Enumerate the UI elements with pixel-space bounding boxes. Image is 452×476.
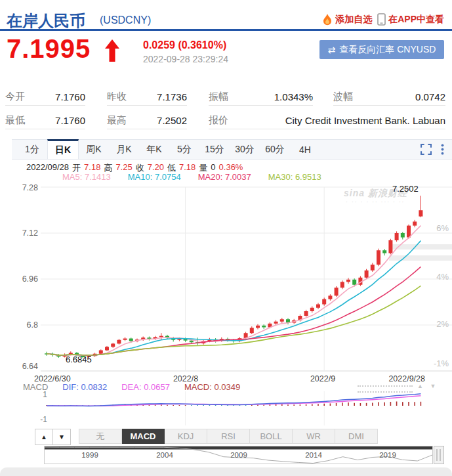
stat-amplitude: 振幅1.0343% — [209, 88, 313, 106]
usdcny-quote-page: 在岸人民币 (USDCNY) 添加自选 在APP中查看 7.1995 0.025… — [0, 0, 452, 476]
tab-15min[interactable]: 15分 — [199, 140, 230, 159]
price-up-arrow-icon — [105, 39, 119, 62]
indicator-tab-bar: 无 MACD KDJ RSI BOLL WR DMI — [79, 429, 378, 444]
footer-bar — [0, 467, 452, 476]
tab-monthly-k[interactable]: 月K — [109, 140, 139, 159]
indicator-tab-rsi[interactable]: RSI — [207, 429, 250, 444]
up-triangle-icon: ▲ — [41, 433, 47, 441]
stat-range: 波幅0.0742 — [333, 88, 445, 106]
open-in-app-label: 在APP中查看 — [388, 14, 444, 26]
y-tick: 7.28 — [5, 183, 38, 192]
tab-yearly-k[interactable]: 年K — [139, 140, 169, 159]
stat-today-open: 今开7.1760 — [5, 88, 85, 106]
tab-60min[interactable]: 60分 — [260, 140, 290, 159]
add-watchlist-label: 添加自选 — [335, 14, 372, 26]
quote-timestamp: 2022-09-28 23:29:24 — [143, 54, 228, 64]
swap-icon: ⇄ — [328, 45, 336, 55]
stat-high: 最高7.2502 — [107, 112, 187, 129]
ma-legend: MA5: 7.1413 MA10: 7.0754 MA20: 7.0037 MA… — [62, 172, 321, 182]
tab-1min[interactable]: 1分 — [17, 140, 47, 159]
nav-year: 2004 — [155, 451, 175, 459]
flame-icon — [322, 14, 333, 26]
reverse-rate-label: 查看反向汇率 CNYUSD — [339, 44, 436, 56]
indicator-up-button[interactable]: ▲ — [35, 429, 53, 445]
pct-tick: 6% — [422, 223, 449, 233]
pct-tick: 2% — [422, 319, 449, 329]
down-triangle-icon: ▼ — [58, 433, 65, 441]
y-tick: 7.12 — [5, 228, 38, 238]
y-tick: 6.64 — [5, 362, 38, 371]
x-tick: 2022/9/28 — [382, 374, 425, 383]
open-in-app-button[interactable]: 在APP中查看 — [377, 13, 444, 26]
tab-5min[interactable]: 5分 — [169, 140, 199, 159]
y-tick: 6.96 — [5, 274, 38, 284]
tab-4h[interactable]: 4H — [290, 140, 320, 159]
main-candle-chart[interactable] — [0, 183, 452, 379]
reverse-rate-button[interactable]: ⇄ 查看反向汇率 CNYUSD — [319, 40, 444, 59]
macd-collapse-arrows[interactable]: ▲ ▼ — [417, 383, 438, 389]
x-tick: 2022/9 — [303, 374, 342, 383]
nav-year: 2009 — [229, 451, 249, 459]
symbol-label: (USDCNY) — [100, 14, 151, 26]
high-annotation: 7.2502 — [392, 184, 419, 194]
indicator-down-button[interactable]: ▼ — [52, 429, 71, 445]
header-divider — [0, 29, 452, 31]
tab-daily-k[interactable]: 日K — [47, 139, 79, 159]
more-options-icon[interactable] — [441, 144, 444, 155]
pct-tick: 4% — [422, 272, 449, 282]
current-price: 7.1995 — [7, 34, 91, 64]
indicator-tab-macd[interactable]: MACD — [122, 429, 165, 444]
indicator-tab-dmi[interactable]: DMI — [335, 429, 378, 444]
y-tick: 6.8 — [5, 320, 38, 330]
price-change: 0.0259 (0.3610%) — [143, 39, 226, 51]
low-annotation: 6.6845 — [66, 355, 92, 364]
macd-chart[interactable] — [0, 391, 452, 425]
nav-year: 2019 — [378, 451, 398, 459]
nav-year: 1999 — [80, 451, 100, 459]
indicator-tab-none[interactable]: 无 — [79, 429, 122, 444]
period-tab-bar: 1分 日K 周K 月K 年K 5分 15分 30分 60分 4H — [12, 139, 452, 160]
stat-prev-close: 昨收7.1736 — [107, 88, 187, 106]
fullscreen-icon[interactable] — [421, 144, 432, 155]
indicator-tab-wr[interactable]: WR — [293, 429, 335, 444]
tab-30min[interactable]: 30分 — [230, 140, 260, 159]
indicator-tab-boll[interactable]: BOLL — [250, 429, 293, 444]
add-watchlist-button[interactable]: 添加自选 — [322, 14, 372, 26]
indicator-tab-kdj[interactable]: KDJ — [165, 429, 207, 444]
macd-legend: MACD DIF: 0.0832 DEA: 0.0657 MACD: 0.034… — [23, 382, 240, 392]
tab-weekly-k[interactable]: 周K — [79, 140, 109, 159]
stat-low: 最低7.1760 — [5, 112, 85, 129]
phone-icon — [377, 13, 386, 26]
nav-year: 2014 — [304, 451, 323, 459]
stat-quote-source: 报价City Credit Investment Bank. Labuan — [209, 112, 445, 129]
pct-tick: -1% — [422, 358, 449, 368]
